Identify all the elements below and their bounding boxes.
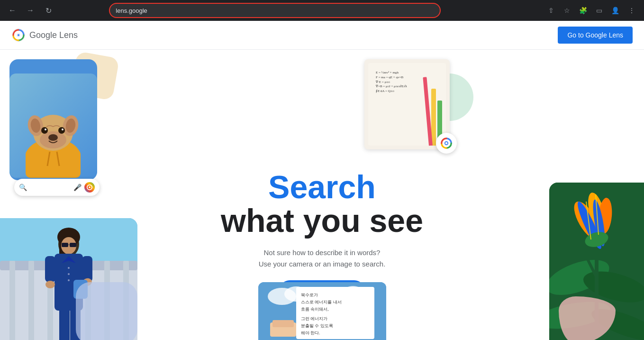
hero-description: Not sure how to describe it in words? Us… <box>204 247 441 270</box>
address-bar-wrapper: lens.google <box>109 3 441 18</box>
svg-point-2 <box>18 34 19 36</box>
svg-point-14 <box>48 134 58 141</box>
main-content: 🔍 🎤 E = ½mv² + mgh F = ma = qE + qv×B ∇·… <box>0 50 644 340</box>
menu-button[interactable]: ⋮ <box>625 4 638 17</box>
svg-rect-57 <box>272 320 294 327</box>
svg-point-15 <box>41 127 48 134</box>
lens-icon-overlay <box>436 133 457 154</box>
dog-image <box>9 74 97 178</box>
google-lens-logo-icon <box>11 28 26 42</box>
reload-button[interactable]: ↻ <box>42 4 55 17</box>
math-notebook-image: E = ½mv² + mgh F = ma = qE + qv×B ∇·E = … <box>364 59 450 149</box>
note-image: 북수로가 스스로 에너지를 내서 흐름 속이돼서, 그런 에너지가 분출될 수 … <box>258 282 386 340</box>
browser-chrome: ← → ↻ lens.google ⇧ ☆ 🧩 ▭ 👤 ⋮ <box>0 0 644 21</box>
svg-rect-46 <box>82 256 92 282</box>
svg-rect-25 <box>9 261 15 340</box>
search-mock-icon: 🔍 <box>19 184 27 191</box>
svg-rect-45 <box>45 256 55 282</box>
svg-rect-5 <box>26 149 81 178</box>
logo-text: Google Lens <box>29 30 78 40</box>
search-bar-mock: 🔍 🎤 <box>14 179 100 196</box>
svg-point-42 <box>68 267 70 269</box>
mic-mock-icon: 🎤 <box>73 184 82 191</box>
svg-text:스스로 에너지를 내서: 스스로 에너지를 내서 <box>301 300 342 304</box>
blue-rounded-deco <box>76 282 137 340</box>
svg-point-20 <box>89 186 91 188</box>
svg-rect-50 <box>59 306 70 340</box>
svg-point-16 <box>58 127 65 134</box>
page-header: Google Lens Go to Google Lens <box>0 21 644 50</box>
note-image-container: 북수로가 스스로 에너지를 내서 흐름 속이돼서, 그런 에너지가 분출될 수 … <box>258 282 386 340</box>
extensions-button[interactable]: 🧩 <box>577 4 590 17</box>
forward-button[interactable]: → <box>24 4 37 17</box>
woman-image-container <box>0 216 140 340</box>
svg-text:분출될 수 있도록: 분출될 수 있도록 <box>301 323 333 328</box>
logo-area: Google Lens <box>11 28 78 42</box>
address-bar[interactable]: lens.google <box>109 3 441 18</box>
svg-point-18 <box>62 129 63 130</box>
svg-rect-36 <box>62 243 68 247</box>
header-cta-button[interactable]: Go to Google Lens <box>558 27 633 44</box>
svg-text:해야 한다.: 해야 한다. <box>301 331 320 335</box>
lens-mock-icon <box>84 182 95 193</box>
url-text: lens.google <box>116 7 147 14</box>
svg-rect-26 <box>28 261 34 340</box>
sidebar-button[interactable]: ▭ <box>593 4 606 17</box>
flower-image-container <box>549 183 644 340</box>
hero-sub-text: what you see <box>204 203 441 239</box>
bookmark-button[interactable]: ☆ <box>561 4 574 17</box>
share-button[interactable]: ⇧ <box>544 4 558 17</box>
browser-actions: ⇧ ☆ 🧩 ▭ 👤 ⋮ <box>544 4 638 17</box>
back-button[interactable]: ← <box>6 4 19 17</box>
svg-rect-37 <box>70 243 76 247</box>
dog-image-container: 🔍 🎤 <box>9 59 104 187</box>
svg-text:흐름 속이돼서,: 흐름 속이돼서, <box>301 307 329 312</box>
profile-button[interactable]: 👤 <box>609 4 622 17</box>
hero-search-text: Search <box>204 171 441 203</box>
svg-text:그런 에너지가: 그런 에너지가 <box>301 316 327 321</box>
svg-text:북수로가: 북수로가 <box>301 293 318 297</box>
svg-point-47 <box>45 281 55 288</box>
svg-point-44 <box>68 279 70 281</box>
svg-point-43 <box>68 273 70 275</box>
svg-point-21 <box>445 142 448 145</box>
svg-point-17 <box>45 129 46 130</box>
